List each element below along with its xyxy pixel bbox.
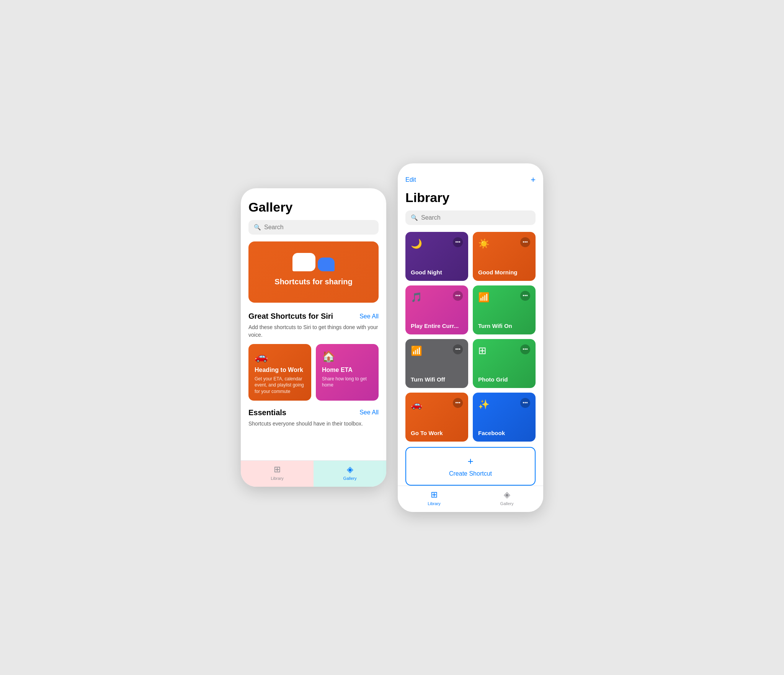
wifi-on-tile[interactable]: ••• Turn Wifi On bbox=[473, 285, 536, 334]
go-to-work-label: Go To Work bbox=[411, 430, 463, 436]
good-morning-tile[interactable]: ••• Good Morning bbox=[473, 232, 536, 281]
siri-section-desc: Add these shortcuts to Siri to get thing… bbox=[248, 324, 379, 339]
essentials-section-title: Essentials bbox=[248, 408, 286, 417]
gallery-title: Gallery bbox=[248, 200, 379, 215]
wifi-off-tile[interactable]: ••• Turn Wifi Off bbox=[405, 339, 468, 388]
sun-icon bbox=[478, 237, 490, 249]
facebook-label: Facebook bbox=[478, 430, 530, 436]
home-eta-desc: Share how long to get home bbox=[322, 376, 372, 388]
good-morning-top: ••• bbox=[478, 237, 530, 249]
home-eta-title: Home ETA bbox=[322, 367, 372, 373]
essentials-see-all[interactable]: See All bbox=[359, 409, 379, 416]
hero-title: Shortcuts for sharing bbox=[274, 277, 352, 286]
good-night-label: Good Night bbox=[411, 269, 463, 276]
good-morning-label: Good Morning bbox=[478, 269, 530, 276]
wifi-off-label: Turn Wifi Off bbox=[411, 376, 463, 383]
car-icon: 🚗 bbox=[255, 350, 305, 363]
create-shortcut-label: Create Shortcut bbox=[449, 470, 492, 477]
gallery-tab-icon: ◈ bbox=[347, 465, 353, 474]
grid-icon bbox=[478, 344, 487, 357]
photo-grid-label: Photo Grid bbox=[478, 376, 530, 383]
library-gallery-label: Gallery bbox=[500, 501, 514, 506]
wifi-on-more[interactable]: ••• bbox=[520, 291, 530, 301]
wifi-off-top: ••• bbox=[411, 344, 463, 357]
siri-section-title: Great Shortcuts for Siri bbox=[248, 312, 333, 321]
bubble-blue bbox=[318, 258, 335, 271]
search-icon: 🔍 bbox=[254, 224, 261, 231]
wifi-off-more[interactable]: ••• bbox=[453, 344, 463, 354]
home-eta-card[interactable]: 🏠 Home ETA Share how long to get home bbox=[316, 344, 379, 401]
gallery-tab-bar: ⊞ Library ◈ Gallery bbox=[241, 460, 386, 487]
create-plus-icon: + bbox=[467, 455, 473, 467]
heading-to-work-card[interactable]: 🚗 Heading to Work Get your ETA, calendar… bbox=[248, 344, 311, 401]
wifi-on-icon bbox=[478, 291, 490, 303]
library-tab-icon: ⊞ bbox=[274, 465, 281, 474]
hero-card[interactable]: Shortcuts for sharing bbox=[248, 241, 379, 303]
gallery-nav-icon: ◈ bbox=[504, 490, 510, 500]
moon-icon bbox=[411, 237, 422, 249]
photo-grid-tile[interactable]: ••• Photo Grid bbox=[473, 339, 536, 388]
shortcut-cards-row: 🚗 Heading to Work Get your ETA, calendar… bbox=[248, 344, 379, 401]
add-button[interactable]: + bbox=[531, 175, 536, 185]
photo-grid-more[interactable]: ••• bbox=[520, 344, 530, 354]
siri-see-all[interactable]: See All bbox=[359, 313, 379, 320]
gallery-tab-gallery[interactable]: ◈ Gallery bbox=[314, 465, 386, 481]
gallery-phone: Gallery 🔍 Shortcuts for sharing Great Sh… bbox=[241, 188, 386, 487]
wifi-off-icon bbox=[411, 344, 422, 357]
create-shortcut-button[interactable]: + Create Shortcut bbox=[405, 447, 536, 486]
bubble-white bbox=[292, 253, 315, 271]
library-search-input[interactable] bbox=[421, 214, 530, 221]
go-to-work-more[interactable]: ••• bbox=[453, 398, 463, 408]
siri-section-header: Great Shortcuts for Siri See All bbox=[248, 312, 379, 321]
heading-to-work-title: Heading to Work bbox=[255, 367, 305, 373]
essentials-section-desc: Shortcuts everyone should have in their … bbox=[248, 420, 379, 428]
hero-bubbles bbox=[292, 253, 335, 271]
library-phone: Edit + Library 🔍 ••• Good Night ••• bbox=[398, 163, 543, 512]
library-tab-library[interactable]: ⊞ Library bbox=[398, 490, 470, 506]
wand-icon bbox=[478, 398, 490, 410]
library-tab-gallery[interactable]: ◈ Gallery bbox=[470, 490, 543, 506]
play-music-label: Play Entire Curr... bbox=[411, 323, 463, 329]
shortcuts-grid: ••• Good Night ••• Good Morning ••• Play… bbox=[405, 232, 536, 442]
photo-grid-top: ••• bbox=[478, 344, 530, 357]
good-night-more[interactable]: ••• bbox=[453, 237, 463, 247]
go-to-work-top: ••• bbox=[411, 398, 463, 410]
gallery-gallery-label: Gallery bbox=[343, 476, 357, 481]
home-icon: 🏠 bbox=[322, 350, 372, 363]
library-title: Library bbox=[405, 190, 536, 205]
search-icon: 🔍 bbox=[411, 214, 418, 221]
heading-to-work-desc: Get your ETA, calendar event, and playli… bbox=[255, 376, 305, 395]
essentials-section-header: Essentials See All bbox=[248, 408, 379, 417]
play-music-top: ••• bbox=[411, 291, 463, 303]
good-morning-more[interactable]: ••• bbox=[520, 237, 530, 247]
edit-button[interactable]: Edit bbox=[405, 176, 416, 183]
facebook-tile[interactable]: ••• Facebook bbox=[473, 393, 536, 442]
gallery-library-label: Library bbox=[271, 476, 284, 481]
library-library-label: Library bbox=[428, 501, 441, 506]
wifi-on-label: Turn Wifi On bbox=[478, 323, 530, 329]
gallery-search-input[interactable] bbox=[264, 224, 373, 231]
wifi-on-top: ••• bbox=[478, 291, 530, 303]
facebook-more[interactable]: ••• bbox=[520, 398, 530, 408]
play-music-more[interactable]: ••• bbox=[453, 291, 463, 301]
play-music-tile[interactable]: ••• Play Entire Curr... bbox=[405, 285, 468, 334]
good-night-tile[interactable]: ••• Good Night bbox=[405, 232, 468, 281]
good-night-top: ••• bbox=[411, 237, 463, 249]
facebook-top: ••• bbox=[478, 398, 530, 410]
gallery-tab-library[interactable]: ⊞ Library bbox=[241, 465, 314, 481]
go-to-work-tile[interactable]: ••• Go To Work bbox=[405, 393, 468, 442]
gallery-search-bar[interactable]: 🔍 bbox=[248, 220, 379, 235]
library-search-bar[interactable]: 🔍 bbox=[405, 210, 536, 225]
library-tab-bar: ⊞ Library ◈ Gallery bbox=[398, 486, 543, 512]
library-icon: ⊞ bbox=[431, 490, 438, 500]
go-to-work-car-icon bbox=[411, 398, 422, 410]
music-note-icon bbox=[411, 291, 422, 303]
library-header: Edit + bbox=[405, 175, 536, 185]
